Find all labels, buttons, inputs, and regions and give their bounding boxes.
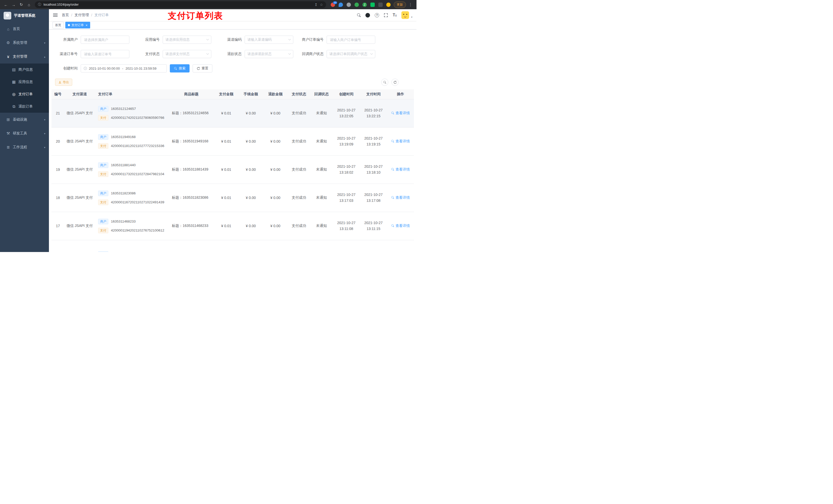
sidebar-item-pay-order[interactable]: ◎ 支付订单 [0,88,49,100]
column-header-9: 创建时间 [333,89,360,99]
app-logo[interactable]: 芋道管理系统 [0,9,49,22]
extension-icon-green[interactable] [355,3,359,7]
cell-pay-status [288,240,310,252]
top-navbar: 首页 / 支付管理 / 支付订单 支付订单列表 ? TT [49,9,416,21]
app-select[interactable]: 请选择应用信息 [163,35,211,44]
cell-pay-order: 商户 1635311251736 [95,240,169,252]
bookmark-star-icon[interactable]: ☆ [320,3,323,7]
breadcrumb-home[interactable]: 首页 [62,13,69,18]
export-button[interactable]: 导出 [55,79,72,86]
cell-create-time: 2021-10-2713:22:05 [333,99,360,127]
sidebar-item-dev-tools[interactable]: ⚒ 研发工具 ▾ [0,126,49,140]
sidebar-item-app-info[interactable]: ▦ 应用信息 [0,76,49,88]
cell-create-time: 2021-10-2713:11:08 [333,212,360,240]
table-row: 20 微信 JSAPI 支付 商户 1635311949168 支付 42000… [51,127,414,155]
channel-order-no-input[interactable] [81,50,129,58]
sidebar-item-workflow[interactable]: ≣ 工作流程 ▾ [0,140,49,154]
cell-pay-order: 商户 1635312124657 支付 42000011742021102780… [95,99,169,127]
browser-forward-button[interactable]: → [10,1,17,8]
cell-title: 标题：1635312124656 [169,99,214,127]
view-detail-link[interactable]: 查看详情 [391,223,410,228]
filter-field-channel-order-no: 渠道订单号 [51,50,134,58]
orders-table: 编号支付渠道支付订单商品标题支付金额手续金额退款金额支付状态回调状态创建时间支付… [51,89,414,252]
aim-icon: ◎ [11,92,17,97]
navbar-actions: ? TT ▾ [357,11,412,19]
gear-icon: ⚙ [5,41,11,45]
fullscreen-icon[interactable] [384,13,388,18]
browser-home-button[interactable]: ⌂ [26,1,32,8]
callback-status-select[interactable]: 请选择订单回调商户状态 [327,50,375,58]
browser-menu-icon[interactable]: ⋮ [407,2,414,7]
pay-no-tag: 支付 [98,171,109,177]
grid-icon: ▦ [11,80,17,84]
filter-field-merchant: 所属商户 [51,35,134,44]
bank-card-icon: ▤ [11,67,17,72]
breadcrumb-section[interactable]: 支付管理 [74,13,89,18]
merchant-input[interactable] [81,35,129,44]
font-size-icon[interactable]: TT [393,13,397,18]
sidebar-item-refund-order[interactable]: ⧉ 退款订单 [0,100,49,113]
address-bar[interactable]: ⓘ localhost:1024/pay/order ↥ ☆ [35,1,326,8]
refresh-table-button[interactable] [391,79,399,86]
show-search-toggle-button[interactable] [381,79,388,86]
tab-pay-order[interactable]: 支付订单 × [65,22,90,28]
cell-id: 21 [51,99,64,127]
search-icon[interactable] [357,14,361,17]
pay-status-select[interactable]: 请选择支付状态 [163,50,211,58]
cell-channel [64,240,95,252]
cell-fee [238,240,263,252]
sidebar-item-infrastructure[interactable]: ⊞ 基础设施 ▾ [0,113,49,126]
site-info-icon[interactable]: ⓘ [38,2,41,7]
close-icon[interactable]: × [86,24,88,27]
active-dot-icon [68,24,70,26]
browser-back-button[interactable]: ← [3,1,9,8]
column-header-0: 编号 [51,89,64,99]
user-avatar[interactable] [401,11,409,19]
refund-status-select[interactable]: 请选择退款状态 [245,50,293,58]
dashboard-icon: ⌂ [5,27,11,31]
cell-pay-time: 2021-10-2713:18:10 [360,155,387,184]
extension-icon-zenhub[interactable]: Z [362,3,367,7]
chevron-up-icon: ▴ [44,55,45,58]
chevron-down-icon [371,52,373,54]
filter-field-callback-status: 回调商户状态 请选择订单回调商户状态 [298,50,379,58]
extension-icon-emoji[interactable] [386,3,390,7]
cell-refund: ¥ 0.00 [263,184,288,212]
sidebar-toggle-icon[interactable] [53,14,57,17]
sidebar-menu: ⌂ 首页 ⚙ 系统管理 ▾ ¥ 支付管理 ▴ ▤ 商户信息 ▦ 应用信 [0,22,49,154]
browser-reload-button[interactable]: ↻ [18,1,25,8]
main-area: 首页 / 支付管理 / 支付订单 支付订单列表 ? TT [49,9,416,252]
view-detail-link[interactable]: 查看详情 [391,167,410,172]
tab-home[interactable]: 首页 [52,22,64,28]
cell-channel: 微信 JSAPI 支付 [64,155,95,184]
chevron-down-icon [288,38,291,40]
chevron-down-icon [288,52,291,54]
view-detail-link[interactable]: 查看详情 [391,111,410,116]
cell-channel: 微信 JSAPI 支付 [64,184,95,212]
cell-pay-status: 支付成功 [288,99,310,127]
extension-icon-drop[interactable] [339,3,343,7]
magnifier-icon [391,224,394,227]
channel-code-select[interactable]: 请输入渠道编码 [245,35,293,44]
sidebar-item-home[interactable]: ⌂ 首页 [0,22,49,36]
github-icon[interactable] [365,13,370,18]
share-icon[interactable]: ↥ [314,3,318,7]
help-icon[interactable]: ? [375,13,379,18]
cell-pay-order: 商户 1635311468233 支付 42000011942021102767… [95,212,169,240]
column-header-3: 商品标题 [169,89,214,99]
cell-pay-time: 2021-10-2713:17:08 [360,184,387,212]
search-button[interactable]: 搜索 [170,64,190,72]
view-detail-link[interactable]: 查看详情 [391,195,410,200]
browser-update-button[interactable]: 更新 [394,2,406,8]
sidebar-item-merchant-info[interactable]: ▤ 商户信息 [0,64,49,76]
view-detail-link[interactable]: 查看详情 [391,139,410,144]
extension-icon-square-green[interactable] [371,3,375,7]
sidebar-item-payment[interactable]: ¥ 支付管理 ▴ [0,50,49,64]
create-time-range-input[interactable]: 2021-10-01 00:00:00 - 2021-10-31 23:59:5… [81,64,167,72]
sidebar-item-system[interactable]: ⚙ 系统管理 ▾ [0,36,49,50]
reset-button[interactable]: 重置 [193,64,212,72]
merchant-order-no-input[interactable] [327,35,375,44]
extension-icon-dark[interactable] [378,3,383,7]
extension-icon-red[interactable]: 10 [331,3,335,7]
extension-icon-gray[interactable] [347,3,351,7]
